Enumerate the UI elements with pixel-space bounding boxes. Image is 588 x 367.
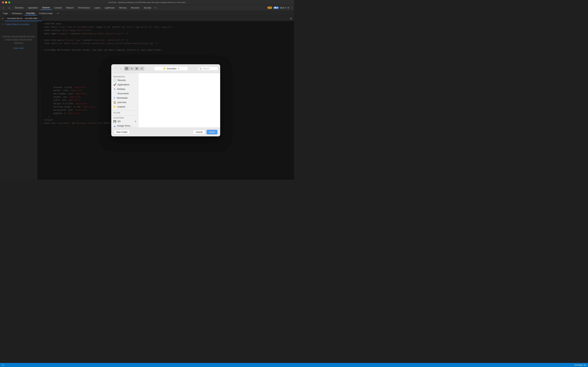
plus-icon: + — [2, 23, 3, 25]
favourites-section-label: Favourites — [111, 75, 138, 78]
main-selector[interactable]: Main ▾ — [280, 7, 286, 9]
picker-toolbar: ‹ › ▾ — [111, 64, 220, 73]
search-icon: 🔍 — [199, 67, 202, 70]
tab-performance[interactable]: Performance — [76, 6, 92, 10]
svg-rect-0 — [126, 67, 126, 68]
sidebar-item-projects-label: projects — [118, 105, 125, 108]
tab-memory[interactable]: Memory — [117, 6, 128, 10]
more-tabs-button[interactable]: >> — [153, 6, 157, 10]
more-options-icon[interactable]: ⋮ — [291, 7, 293, 9]
panel-toggle-icon[interactable]: ⊟ — [289, 17, 293, 20]
tab-layers[interactable]: Layers — [92, 6, 102, 10]
picker-breadcrumb: 📁 Overrides ▾ — [146, 66, 196, 71]
sub-tab-bar: Page Workspace Overrides Content scripts… — [0, 11, 294, 16]
traffic-lights — [2, 1, 10, 3]
device-icon[interactable]: ▭ — [7, 6, 11, 10]
messages-badge: 💬 1 — [273, 7, 278, 9]
picker-footer: New Folder Cancel Select — [111, 127, 220, 136]
picker-location-label: Overrides — [167, 67, 176, 70]
sub-tab-overrides[interactable]: Overrides — [25, 12, 37, 15]
picker-forward-button[interactable]: › — [119, 67, 123, 71]
folder-icon: 📁 — [163, 67, 166, 70]
sidebar-divider-1 — [111, 110, 138, 110]
tab-network[interactable]: Network — [64, 6, 76, 10]
status-area: ⚠ 2 💬 1 Main ▾ ⚙ ⋮ — [268, 7, 293, 9]
more-sub-tabs-button[interactable]: >> — [55, 12, 61, 15]
code-editor-panel: 1 <!DOCTYPE html> 2 <html xmlns="http://… — [37, 21, 294, 179]
file-tab-close-icon[interactable]: × — [38, 17, 40, 19]
file-tab[interactable]: how-does-the-re-…-on-real-code/ × — [5, 16, 42, 21]
picker-chevron-view-button[interactable]: ▾ — [129, 67, 134, 71]
tab-application[interactable]: Application — [26, 6, 40, 10]
sub-tab-workspace[interactable]: Workspace — [10, 12, 24, 15]
picker-view-controls: ▾ ▾ — [124, 67, 144, 71]
recents-icon: 🕐 — [113, 79, 116, 82]
projects-icon: 📁 — [113, 105, 116, 108]
picker-location-pill[interactable]: 📁 Overrides ▾ — [154, 66, 188, 71]
sub-tab-content-scripts[interactable]: Content scripts — [37, 12, 54, 15]
picker-search-input[interactable] — [203, 67, 217, 70]
tab-sources[interactable]: Sources — [40, 6, 52, 10]
file-tab-bar: ≡ how-does-the-re-…-on-real-code/ × ⊟ — [0, 16, 294, 21]
sidebar-item-documents[interactable]: 📄 Documents — [111, 91, 138, 96]
picker-list-view-button[interactable] — [134, 67, 139, 71]
tab-security[interactable]: Security — [142, 6, 153, 10]
sidebar-item-recents-label: Recents — [118, 79, 126, 82]
sidebar-divider-2 — [111, 115, 138, 115]
select-folder-label: + Select folder for overrides — [4, 23, 29, 25]
close-button[interactable] — [2, 1, 4, 3]
applications-icon: 🚀 — [113, 83, 116, 86]
footer-actions: Cancel Select — [193, 130, 218, 134]
sidebar-item-downloads[interactable]: ⬇ Downloads — [111, 96, 138, 100]
sidebar-item-joan-leon-label: joan.leon — [118, 101, 126, 104]
sidebar-item-sd[interactable]: 💾 SD ⏏ — [111, 119, 138, 124]
svg-rect-5 — [136, 68, 138, 69]
sidebar-item-sd-label: SD — [118, 120, 121, 123]
sidebar-item-google-drive-1[interactable]: ☁ Google Drive... — [111, 124, 138, 127]
svg-rect-4 — [136, 68, 138, 68]
icloud-section-label: iCloud — [111, 111, 138, 114]
locations-section-label: Locations — [111, 116, 138, 119]
maximize-button[interactable] — [8, 1, 10, 3]
title-bar: DevTools - calendar.perfplanet.com/2024/… — [0, 0, 294, 5]
picker-sidebar: Favourites 🕐 Recents 🚀 Applications 🖥 De… — [111, 73, 138, 127]
picker-list-chevron-button[interactable]: ▾ — [140, 67, 144, 71]
new-folder-button[interactable]: New Folder — [114, 130, 130, 134]
sidebar-item-recents[interactable]: 🕐 Recents — [111, 78, 138, 83]
minimize-button[interactable] — [5, 1, 7, 3]
sidebar-item-projects[interactable]: 📁 projects — [111, 105, 138, 109]
sub-tab-page[interactable]: Page — [1, 12, 9, 15]
devtools-tab-bar: ⊹ ▭ Elements Application Sources Console… — [0, 5, 294, 11]
sidebar-item-applications-label: Applications — [118, 83, 129, 86]
settings-icon[interactable]: ⚙ — [287, 7, 289, 9]
tab-console[interactable]: Console — [52, 6, 64, 10]
override-description: Override network requests and web conten… — [2, 35, 35, 45]
tab-elements[interactable]: Elements — [13, 6, 25, 10]
picker-body: Favourites 🕐 Recents 🚀 Applications 🖥 De… — [111, 73, 220, 127]
tab-lighthouse[interactable]: Lighthouse — [103, 6, 117, 10]
svg-rect-2 — [126, 69, 126, 70]
select-button[interactable]: Select — [207, 130, 218, 134]
svg-rect-6 — [136, 69, 138, 69]
picker-back-button[interactable]: ‹ — [113, 67, 118, 71]
downloads-icon: ⬇ — [113, 97, 115, 99]
desktop-icon: 🖥 — [113, 88, 116, 91]
sidebar-item-desktop[interactable]: 🖥 Desktop — [111, 87, 138, 91]
sidebar-item-applications[interactable]: 🚀 Applications — [111, 83, 138, 87]
sidebar-toggle-icon[interactable]: ≡ — [0, 16, 5, 21]
main-layout: + + Select folder for overrides Override… — [0, 21, 294, 179]
picker-grid-view-button[interactable] — [124, 67, 129, 71]
cursor-icon[interactable]: ⊹ — [1, 6, 5, 10]
learn-more-link[interactable]: Learn more — [2, 47, 35, 49]
svg-rect-3 — [127, 69, 128, 70]
select-folder-button[interactable]: + + Select folder for overrides — [2, 23, 35, 25]
cancel-button[interactable]: Cancel — [193, 130, 205, 134]
eject-icon[interactable]: ⏏ — [134, 120, 136, 122]
sidebar-item-downloads-label: Downloads — [117, 97, 128, 99]
picker-location-dropdown-icon: ▾ — [178, 68, 179, 70]
picker-search-container: 🔍 — [198, 67, 218, 71]
tab-recorder[interactable]: Recorder — [129, 6, 141, 10]
sidebar-item-joan-leon[interactable]: 🏠 joan.leon — [111, 100, 138, 105]
modal-overlay: ‹ › ▾ — [37, 21, 294, 179]
home-icon: 🏠 — [113, 101, 116, 104]
